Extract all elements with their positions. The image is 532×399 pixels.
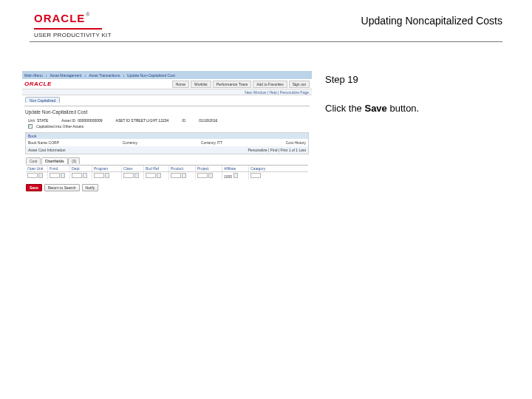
col-category: Category bbox=[249, 166, 274, 171]
small-tabs: Cost Chartfields (3) bbox=[22, 156, 312, 165]
project-input[interactable] bbox=[197, 173, 208, 178]
form-row-2: Capitalized into Other Assets bbox=[22, 123, 312, 129]
lookup-icon[interactable] bbox=[208, 173, 213, 178]
col-budref: Bud Ref bbox=[144, 166, 169, 171]
form-row-1: Unit STATE Asset ID 000000000009 ASET ID… bbox=[22, 117, 312, 123]
col-class: Class bbox=[122, 166, 144, 171]
section-title: Update Non-Capitalized Cost bbox=[22, 107, 312, 117]
lookup-icon[interactable] bbox=[233, 173, 238, 178]
col-oper-unit: Oper Unit bbox=[26, 166, 48, 171]
breadcrumb-item: Asset Management bbox=[50, 73, 81, 78]
currency2-value: ITT bbox=[216, 140, 222, 145]
lookup-icon[interactable] bbox=[83, 173, 87, 178]
trademark-symbol: ® bbox=[86, 12, 89, 17]
program-input[interactable] bbox=[94, 173, 104, 178]
tab-non-capitalized[interactable]: Non Capitalized bbox=[25, 97, 60, 103]
fund-input[interactable] bbox=[50, 173, 60, 178]
dept-input[interactable] bbox=[72, 173, 82, 178]
notify-button[interactable]: Notify bbox=[82, 184, 99, 191]
return-to-search-button[interactable]: Return to Search bbox=[44, 184, 80, 191]
save-button[interactable]: Save bbox=[26, 184, 42, 191]
oracle-logo: ORACLE bbox=[34, 12, 85, 24]
col-dept: Dept bbox=[70, 166, 92, 171]
chartfields-grid: Oper Unit Fund Dept Program Class Bud Re… bbox=[26, 165, 308, 180]
nav-favorites[interactable]: Add to Favorites bbox=[253, 81, 287, 88]
grid-toolbar: Asset Cost Information Personalize | Fin… bbox=[26, 146, 308, 154]
grid-header: Oper Unit Fund Dept Program Class Bud Re… bbox=[26, 166, 308, 172]
class-input[interactable] bbox=[123, 173, 134, 178]
nav-signout[interactable]: Sign out bbox=[289, 81, 310, 88]
assetid-value: 000000000009 bbox=[78, 118, 102, 123]
page-tab-row: Non Capitalized bbox=[22, 95, 312, 104]
nav-first-last[interactable]: First 1 of 1 Last bbox=[281, 148, 306, 152]
capitalized-label: Capitalized into Other Assets bbox=[36, 124, 83, 129]
brand-subtitle: USER PRODUCTIVITY KIT bbox=[34, 32, 112, 38]
asset-cost-info: Asset Cost Information bbox=[28, 148, 66, 152]
save-word: Save bbox=[364, 103, 386, 114]
asset-status: ASET ID STREET LIGHT 12234 bbox=[116, 118, 169, 123]
divider bbox=[24, 106, 310, 106]
tab-third[interactable]: (3) bbox=[68, 157, 80, 164]
content-row: Main Menu › Asset Management › Asset Tra… bbox=[22, 71, 510, 200]
assetid-label: Asset ID bbox=[61, 118, 75, 123]
breadcrumb-item: Main Menu bbox=[24, 73, 43, 78]
instructions-panel: Step 19 Click the Save button. bbox=[325, 71, 510, 200]
app-screenshot: Main Menu › Asset Management › Asset Tra… bbox=[22, 71, 312, 193]
nav-performance[interactable]: Performance Trace bbox=[213, 81, 252, 88]
breadcrumb-item: Update Non-Capitalized Cost bbox=[127, 73, 175, 78]
step-instruction: Click the Save button. bbox=[325, 101, 510, 116]
nav-home[interactable]: Home bbox=[172, 81, 189, 88]
nav-worklist[interactable]: Worklist bbox=[191, 81, 211, 88]
book-row: Book Name CORP Currency Currency ITT Cos… bbox=[26, 139, 308, 146]
sub-nav: New Window | Help | Personalize Page bbox=[22, 89, 312, 95]
tab-cost[interactable]: Cost bbox=[26, 157, 41, 164]
lookup-icon[interactable] bbox=[38, 173, 43, 178]
breadcrumb-item: Asset Transactions bbox=[89, 73, 120, 78]
lookup-icon[interactable] bbox=[134, 173, 139, 178]
col-affiliate: Affiliate bbox=[222, 166, 249, 171]
brand-block: ORACLE® USER PRODUCTIVITY KIT bbox=[34, 12, 112, 38]
col-product: Product bbox=[169, 166, 196, 171]
currency-label: Currency bbox=[123, 140, 137, 145]
grid-row: 1000 bbox=[26, 172, 308, 180]
step-number: Step 19 bbox=[325, 74, 510, 85]
brand-rule bbox=[34, 28, 102, 30]
lookup-icon[interactable] bbox=[61, 173, 65, 178]
action-buttons: Save Return to Search Notify bbox=[22, 181, 312, 194]
col-fund: Fund bbox=[48, 166, 70, 171]
book-box: Book Book Name CORP Currency Currency IT… bbox=[25, 132, 309, 154]
header-divider bbox=[30, 41, 502, 42]
personalize-link[interactable]: Personalize | Find | bbox=[248, 148, 281, 152]
book-box-header: Book bbox=[26, 133, 308, 139]
lookup-icon[interactable] bbox=[182, 173, 186, 178]
date-value: 01/18/2016 bbox=[199, 118, 217, 123]
col-project: Project bbox=[196, 166, 222, 171]
tab-chartfields[interactable]: Chartfields bbox=[41, 157, 68, 165]
page-title: Updating Noncapitalized Costs bbox=[361, 15, 502, 27]
oracle-app-logo: ORACLE bbox=[24, 81, 52, 87]
unit-value: STATE bbox=[37, 118, 48, 123]
cost-history-label: Cost History bbox=[286, 140, 306, 145]
page-header: ORACLE® USER PRODUCTIVITY KIT Updating N… bbox=[0, 12, 532, 49]
capitalized-checkbox[interactable] bbox=[28, 124, 33, 129]
app-header-row: ORACLE Home Worklist Performance Trace A… bbox=[22, 79, 312, 89]
lookup-icon[interactable] bbox=[105, 173, 109, 178]
bookname-label: Book Name bbox=[28, 140, 47, 145]
budref-input[interactable] bbox=[146, 173, 156, 178]
oper-unit-input[interactable] bbox=[27, 173, 38, 178]
currency2-label: Currency bbox=[201, 140, 216, 145]
bookname-value: CORP bbox=[49, 140, 59, 145]
affiliate-value: 1000 bbox=[224, 174, 232, 179]
breadcrumb-bar: Main Menu › Asset Management › Asset Tra… bbox=[22, 71, 312, 79]
category-input[interactable] bbox=[250, 173, 261, 178]
col-program: Program bbox=[92, 166, 122, 171]
lookup-icon[interactable] bbox=[157, 173, 161, 178]
product-input[interactable] bbox=[171, 173, 181, 178]
id-label: ID bbox=[182, 118, 185, 123]
